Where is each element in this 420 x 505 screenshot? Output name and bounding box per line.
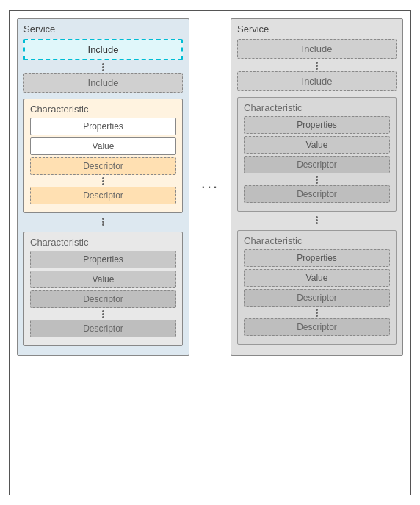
right-dots-1 [237,62,397,70]
right-char1-descriptor2[interactable]: Descriptor [244,185,390,203]
right-char2-value[interactable]: Value [244,269,390,287]
columns-wrapper: Service Include Include Characteristic P… [17,18,403,356]
left-char2-value[interactable]: Value [30,271,176,288]
right-char1-label: Characteristic [244,102,390,113]
right-service-box: Service Include Include Characteristic P… [231,18,403,356]
right-char2-box: Characteristic Properties Value Descript… [237,230,397,345]
right-char2-properties[interactable]: Properties [244,249,390,267]
right-char2-descriptor1[interactable]: Descriptor [244,289,390,307]
left-char1-label: Characteristic [30,104,176,115]
right-char2-descriptor2[interactable]: Descriptor [244,318,390,336]
left-include-top[interactable]: Include [23,39,183,60]
left-char2-properties[interactable]: Properties [30,251,176,268]
right-include-bottom[interactable]: Include [237,71,397,91]
horizontal-dots-separator: ··· [203,18,217,356]
left-char2-label: Characteristic [30,237,176,248]
left-char1-dots [30,177,176,185]
left-char2-descriptor1[interactable]: Descriptor [30,290,176,308]
left-char1-descriptor1[interactable]: Descriptor [30,157,176,175]
left-dots-1 [23,63,183,71]
right-char2-dots [244,309,390,317]
right-char2-label: Characteristic [244,235,390,246]
right-service-label: Service [237,24,397,35]
left-service-label: Service [23,24,183,35]
right-char1-dots [244,176,390,184]
left-include-bottom[interactable]: Include [23,73,183,93]
right-char1-descriptor1[interactable]: Descriptor [244,156,390,173]
right-dots-2 [237,216,397,224]
left-char1-box: Characteristic Properties Value Descript… [23,99,183,213]
left-char1-value[interactable]: Value [30,137,176,155]
right-include-top[interactable]: Include [237,39,397,59]
left-char1-descriptor2[interactable]: Descriptor [30,187,176,204]
left-char2-box: Characteristic Properties Value Descript… [23,232,183,346]
left-char2-dots [30,310,176,318]
right-char1-box: Characteristic Properties Value Descript… [237,97,397,212]
left-dots-2 [23,218,183,226]
left-char2-descriptor2[interactable]: Descriptor [30,320,176,337]
left-service-box: Service Include Include Characteristic P… [17,18,189,356]
right-char1-properties[interactable]: Properties [244,116,390,134]
h-dots: ··· [201,179,219,195]
outer-profile-box: Profile Service Include Include Characte… [9,10,411,495]
right-char1-value[interactable]: Value [244,136,390,154]
left-char1-properties[interactable]: Properties [30,118,176,135]
